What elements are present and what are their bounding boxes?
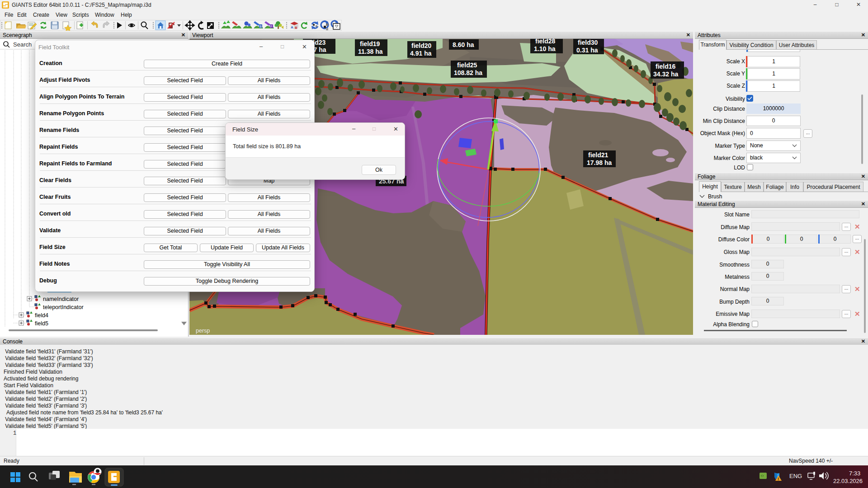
svg-text:field21: field21 bbox=[588, 151, 609, 159]
svg-text:108.82 ha: 108.82 ha bbox=[454, 69, 482, 76]
svg-text:Search: Search bbox=[13, 41, 32, 48]
svg-text:!: ! bbox=[778, 477, 779, 481]
svg-text:nameIndicator: nameIndicator bbox=[43, 296, 79, 302]
svg-text:F: F bbox=[270, 25, 272, 28]
svg-text:A: A bbox=[291, 25, 293, 29]
svg-text:B: B bbox=[259, 25, 262, 28]
svg-text:22.03.2026: 22.03.2026 bbox=[833, 478, 863, 484]
svg-text:ENG: ENG bbox=[789, 473, 802, 479]
svg-text:34.32 ha: 34.32 ha bbox=[653, 70, 678, 78]
svg-text:field4: field4 bbox=[35, 312, 48, 319]
svg-text:4.91 ha: 4.91 ha bbox=[410, 50, 432, 57]
svg-text:field5: field5 bbox=[35, 320, 48, 327]
svg-text:B: B bbox=[295, 26, 297, 30]
svg-text:8.60 ha: 8.60 ha bbox=[453, 41, 474, 48]
svg-text:teleportIndicator: teleportIndicator bbox=[43, 304, 84, 310]
svg-text:field16: field16 bbox=[656, 63, 676, 70]
svg-text:field28: field28 bbox=[535, 39, 556, 45]
svg-text:7:33: 7:33 bbox=[849, 470, 860, 477]
svg-text:persp: persp bbox=[196, 328, 210, 334]
svg-text:field25: field25 bbox=[457, 61, 477, 69]
svg-text:11.38 ha: 11.38 ha bbox=[358, 48, 383, 55]
svg-text:1.10 ha: 1.10 ha bbox=[534, 45, 556, 52]
svg-text:field19: field19 bbox=[360, 40, 380, 47]
svg-text:field30: field30 bbox=[578, 39, 598, 46]
svg-text:17.98 ha: 17.98 ha bbox=[587, 159, 612, 166]
svg-text:0.31 ha: 0.31 ha bbox=[576, 47, 598, 54]
svg-text:field20: field20 bbox=[411, 42, 432, 49]
